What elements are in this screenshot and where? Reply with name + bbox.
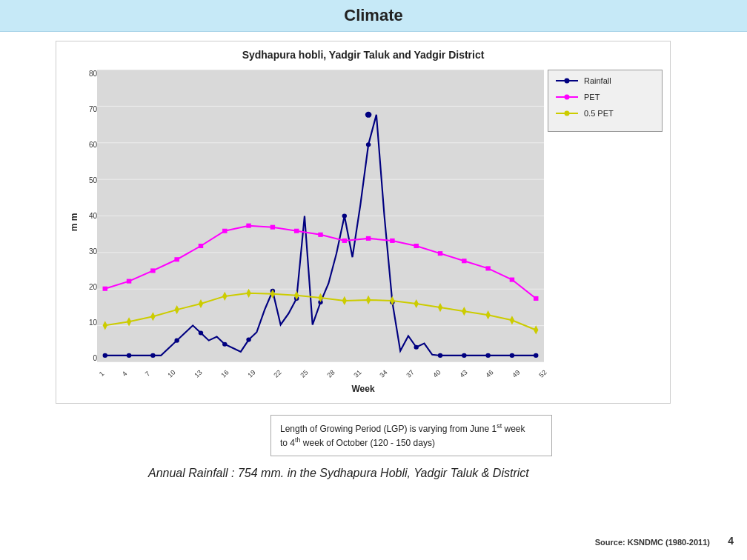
svg-point-20: [366, 142, 371, 147]
x-tick: 16: [219, 368, 230, 379]
legend-label-half-pet: 0.5 PET: [584, 109, 614, 118]
x-tick: 49: [511, 368, 521, 379]
x-axis-ticks: 1 4 7 10 13 16 19 22 25 28 31 34 37 40 4…: [97, 371, 544, 379]
svg-marker-52: [199, 299, 203, 308]
legend-line-pet: [556, 96, 578, 98]
y-tick: 70: [79, 105, 97, 113]
y-tick: 60: [79, 141, 97, 149]
info-box: Length of Growing Period (LGP) is varyin…: [270, 415, 552, 456]
svg-rect-44: [462, 259, 466, 263]
svg-rect-46: [510, 278, 514, 282]
svg-rect-37: [294, 229, 299, 233]
svg-marker-62: [438, 303, 442, 312]
x-tick: 46: [485, 368, 495, 379]
svg-marker-50: [150, 312, 155, 321]
y-tick: 30: [79, 247, 97, 256]
svg-marker-53: [222, 292, 227, 301]
svg-rect-31: [150, 268, 155, 273]
x-tick: 28: [325, 368, 336, 379]
svg-marker-65: [510, 316, 514, 324]
x-tick: 31: [352, 368, 362, 379]
source-text: Source: KSNDMC (1980-2011): [595, 538, 710, 547]
svg-rect-40: [366, 236, 371, 241]
legend-item-half-pet: 0.5 PET: [556, 109, 654, 118]
svg-marker-61: [414, 299, 418, 308]
svg-marker-59: [366, 296, 371, 304]
svg-point-10: [127, 353, 131, 358]
svg-rect-32: [174, 257, 179, 261]
svg-rect-33: [199, 244, 203, 248]
svg-rect-38: [318, 233, 322, 237]
y-tick: 40: [79, 212, 97, 220]
legend-item-pet: PET: [556, 93, 654, 101]
svg-marker-63: [462, 307, 466, 316]
page-number: 4: [728, 535, 734, 547]
svg-point-26: [510, 353, 514, 358]
svg-point-13: [199, 330, 203, 335]
y-tick: 80: [79, 70, 97, 78]
svg-point-23: [438, 353, 442, 358]
x-tick: 7: [143, 370, 151, 378]
svg-point-11: [150, 353, 155, 358]
svg-point-22: [414, 345, 418, 350]
x-tick: 22: [273, 368, 283, 379]
chart-container: Sydhapura hobli, Yadgir Taluk and Yadgir…: [56, 41, 671, 404]
svg-rect-36: [270, 225, 275, 230]
x-tick: 40: [431, 368, 442, 379]
chart-svg: [97, 70, 544, 362]
svg-marker-49: [127, 317, 131, 326]
svg-marker-60: [390, 296, 394, 305]
legend-item-rainfall: Rainfall: [556, 76, 654, 85]
svg-marker-51: [174, 305, 179, 314]
chart-plot-area: [97, 70, 544, 362]
legend-dot-pet: [565, 95, 570, 100]
y-tick: 50: [79, 176, 97, 184]
annual-rainfall-text: Annual Rainfall : 754 mm. in the Sydhapu…: [148, 467, 529, 480]
legend-label-rainfall: Rainfall: [584, 76, 611, 85]
svg-rect-35: [246, 224, 250, 228]
svg-point-19: [342, 213, 347, 218]
svg-point-25: [485, 353, 490, 358]
svg-rect-47: [534, 296, 538, 301]
y-tick: 20: [79, 283, 97, 291]
svg-point-14: [222, 342, 227, 347]
x-tick: 1: [98, 370, 106, 378]
x-tick: 52: [537, 368, 548, 379]
legend-dot-rainfall: [565, 79, 570, 84]
x-tick: 37: [405, 368, 415, 379]
x-tick: 43: [458, 368, 468, 379]
x-tick: 10: [167, 368, 177, 379]
svg-point-27: [534, 353, 538, 358]
svg-point-28: [365, 112, 372, 118]
chart-legend: Rainfall PET 0.5 PET: [548, 70, 663, 132]
y-axis-ticks: 80 70 60 50 40 30 20 10 0: [79, 70, 97, 362]
x-tick: 25: [299, 368, 309, 379]
x-tick: 34: [379, 368, 389, 379]
svg-rect-29: [103, 287, 107, 291]
x-axis-label: Week: [351, 384, 374, 394]
x-tick: 19: [246, 368, 256, 379]
svg-rect-42: [414, 244, 418, 248]
svg-rect-45: [485, 266, 490, 270]
svg-rect-30: [127, 279, 131, 284]
svg-rect-39: [342, 239, 347, 243]
legend-line-half-pet: [556, 113, 578, 114]
y-tick: 0: [79, 354, 97, 362]
svg-marker-66: [534, 325, 538, 334]
svg-point-15: [246, 338, 250, 342]
legend-dot-half-pet: [565, 111, 570, 116]
svg-marker-48: [103, 321, 107, 330]
svg-marker-64: [485, 310, 490, 319]
x-tick: 4: [120, 370, 128, 378]
legend-line-rainfall: [556, 80, 578, 81]
page-title: Climate: [344, 6, 402, 24]
svg-rect-34: [222, 229, 227, 233]
svg-point-12: [174, 339, 179, 343]
svg-point-24: [462, 353, 466, 358]
x-tick: 13: [193, 368, 203, 379]
svg-rect-41: [390, 239, 394, 243]
y-tick: 10: [79, 319, 97, 327]
header-bar: Climate: [0, 0, 747, 32]
svg-marker-54: [246, 289, 250, 298]
chart-title: Sydhapura hobli, Yadgir Taluk and Yadgir…: [56, 41, 670, 64]
